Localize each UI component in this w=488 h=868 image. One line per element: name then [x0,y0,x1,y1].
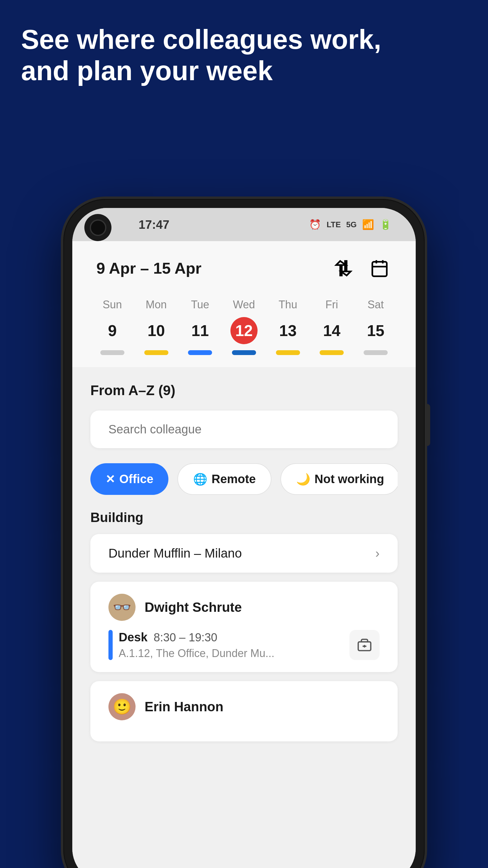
day-bar-mon [144,350,168,355]
person-card-erin[interactable]: 🙂 Erin Hannon [90,681,398,741]
day-mon: Mon 10 [143,299,170,355]
day-wed: Wed 12 [230,299,258,355]
chip-office-label: Office [119,472,153,486]
day-bar-tue [188,350,212,355]
booking-details-dwight: Desk 8:30 – 19:30 A.1.12, The Office, Du… [119,630,344,660]
day-label-fri: Fri [325,299,338,311]
svg-rect-0 [372,262,387,276]
building-section: Building Dunder Mufflin – Milano › [90,510,398,572]
close-icon: ✕ [105,472,115,486]
app-content: 9 Apr – 15 Apr [72,241,416,868]
day-sat: Sat 15 [362,299,389,355]
day-num-wed[interactable]: 12 [230,317,258,344]
person-card-dwight[interactable]: 👓 Dwight Schrute Desk 8:30 – 19:30 A.1.1… [90,582,398,672]
day-num-thu[interactable]: 13 [274,317,301,344]
hero-line1: See where colleagues work, [21,24,467,56]
building-name: Dunder Mufflin – Milano [108,546,242,561]
status-time: 17:47 [138,218,169,231]
booking-row-dwight: Desk 8:30 – 19:30 A.1.12, The Office, Du… [108,630,380,660]
building-selector[interactable]: Dunder Mufflin – Milano › [90,534,398,572]
signal-icon: 📶 [362,219,374,230]
chip-remote-label: Remote [212,472,256,486]
filter-chips: ✕ Office 🌐 Remote 🌙 Not working [90,463,398,495]
alarm-icon: ⏰ [309,219,321,230]
moon-icon: 🌙 [296,472,310,486]
day-label-thu: Thu [279,299,297,311]
status-bar: 17:47 ⏰ LTE 5G 📶 🔋 [72,208,416,241]
calendar-icon-button[interactable] [367,256,392,280]
calendar-week: Sun 9 Mon 10 Tue 11 Wed 12 [72,292,416,367]
chevron-right-icon: › [375,546,380,561]
day-num-sun[interactable]: 9 [99,317,126,344]
search-input[interactable] [108,423,380,436]
chip-not-working-label: Not working [315,472,384,486]
day-num-mon[interactable]: 10 [143,317,170,344]
day-num-fri[interactable]: 14 [318,317,345,344]
5g-icon: 5G [346,220,357,229]
day-label-sat: Sat [367,299,384,311]
person-header-dwight: 👓 Dwight Schrute [108,594,380,621]
day-label-tue: Tue [191,299,209,311]
day-label-mon: Mon [146,299,167,311]
filter-chip-office[interactable]: ✕ Office [90,463,168,495]
day-fri: Fri 14 [318,299,345,355]
lte-icon: LTE [327,220,341,229]
day-bar-thu [276,350,300,355]
desk-icon [357,638,372,652]
day-num-sat[interactable]: 15 [362,317,389,344]
booking-action-dwight[interactable] [350,630,380,660]
day-sun: Sun 9 [99,299,126,355]
filter-chip-not-working[interactable]: 🌙 Not working [281,463,398,495]
filter-chip-remote[interactable]: 🌐 Remote [177,463,271,495]
camera-notch [84,214,111,241]
day-bar-sat [364,350,388,355]
globe-icon: 🌐 [193,472,207,486]
camera-lens [90,219,106,236]
app-header: 9 Apr – 15 Apr [72,241,416,292]
swap-icon-button[interactable] [331,256,355,280]
person-name-dwight: Dwight Schrute [144,600,242,615]
day-thu: Thu 13 [274,299,301,355]
booking-location-dwight: A.1.12, The Office, Dunder Mu... [119,647,344,660]
header-icons [331,256,392,280]
person-name-erin: Erin Hannon [144,699,224,714]
day-bar-sun [100,350,124,355]
date-range: 9 Apr – 15 Apr [96,259,201,277]
battery-icon: 🔋 [380,219,392,230]
hero-text: See where colleagues work, and plan your… [21,24,467,87]
booking-type-dwight: Desk [119,630,148,644]
avatar-dwight: 👓 [108,594,135,621]
day-num-tue[interactable]: 11 [187,317,214,344]
swap-icon [334,258,353,278]
main-content: From A–Z (9) ✕ Office 🌐 Remote [72,367,416,741]
day-label-sun: Sun [103,299,122,311]
day-label-wed: Wed [233,299,255,311]
phone-screen: 17:47 ⏰ LTE 5G 📶 🔋 9 Apr – 15 Apr [72,208,416,868]
calendar-icon [370,258,389,278]
person-header-erin: 🙂 Erin Hannon [108,693,380,720]
building-label: Building [90,510,398,525]
hero-line2: and plan your week [21,56,467,87]
day-tue: Tue 11 [187,299,214,355]
avatar-erin: 🙂 [108,693,135,720]
day-bar-fri [320,350,344,355]
phone-mockup: 17:47 ⏰ LTE 5G 📶 🔋 9 Apr – 15 Apr [63,199,425,868]
status-icons: ⏰ LTE 5G 📶 🔋 [309,219,392,230]
booking-bar-dwight [108,630,113,660]
section-title: From A–Z (9) [90,382,398,398]
booking-time-dwight: 8:30 – 19:30 [154,631,217,644]
search-bar[interactable] [90,410,398,448]
day-bar-wed [232,350,256,355]
